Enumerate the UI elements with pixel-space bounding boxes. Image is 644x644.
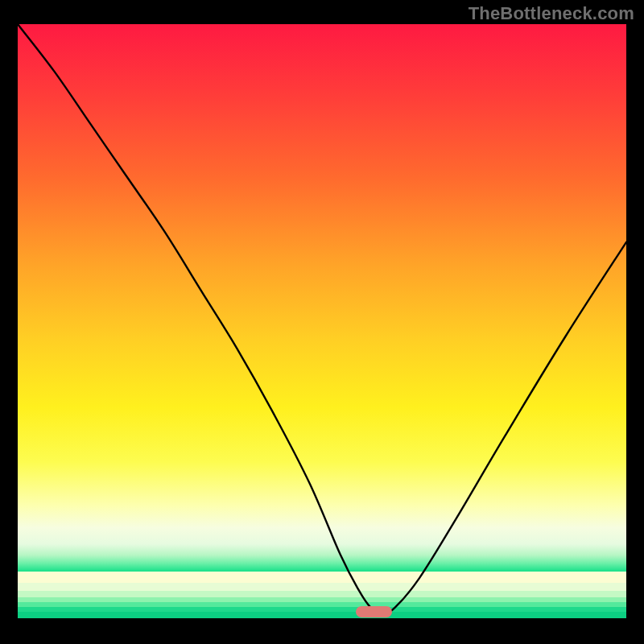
optimal-marker: [356, 606, 392, 617]
green-floor: [18, 612, 626, 618]
plot-area: [18, 24, 626, 626]
axis-base: [18, 618, 626, 626]
band-stripe: [18, 572, 626, 583]
band-stripe: [18, 591, 626, 597]
watermark-text: TheBottleneck.com: [469, 3, 634, 24]
band-stripe: [18, 583, 626, 591]
gradient-background: [18, 24, 626, 572]
chart-frame: TheBottleneck.com: [0, 0, 644, 644]
